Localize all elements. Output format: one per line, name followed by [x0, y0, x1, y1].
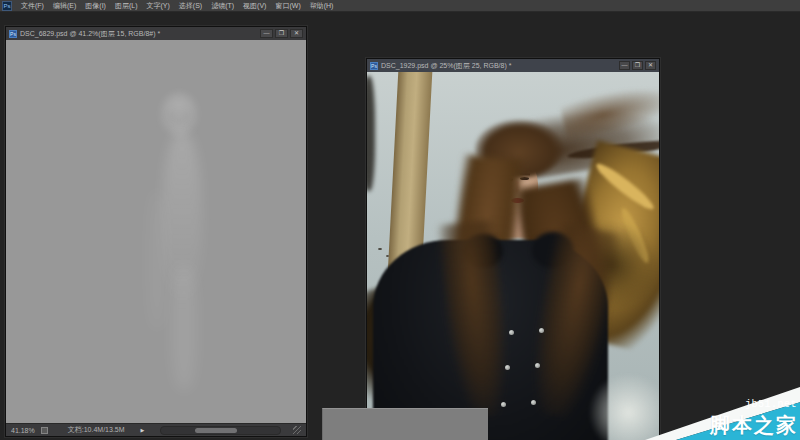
- photo-jacket-button: [501, 402, 506, 407]
- photo-jacket-button: [505, 365, 510, 370]
- menu-window[interactable]: 窗口(W): [275, 0, 300, 12]
- photo-jacket-button: [509, 330, 514, 335]
- menu-layer[interactable]: 图层(L): [115, 0, 138, 12]
- zoom-level-field[interactable]: 41.18%: [11, 427, 35, 434]
- document-icon: Ps: [370, 62, 378, 70]
- watermark: jb51.net 脚本之家: [645, 386, 800, 440]
- menu-bar: Ps 文件(F) 编辑(E) 图像(I) 图层(L) 文字(Y) 选择(S) 滤…: [0, 0, 800, 12]
- close-button[interactable]: ✕: [645, 61, 656, 70]
- photo-bird-speck: [386, 255, 389, 257]
- menu-file[interactable]: 文件(F): [21, 0, 44, 12]
- ghost-figure-streak-2: [148, 190, 166, 330]
- right-window-title: DSC_1929.psd @ 25%(图层 25, RGB/8) *: [381, 61, 616, 71]
- right-window-controls: — ❐ ✕: [619, 61, 656, 70]
- blank-gray-panel: [322, 408, 488, 440]
- menu-type[interactable]: 文字(Y): [146, 0, 169, 12]
- document-window-right: Ps DSC_1929.psd @ 25%(图层 25, RGB/8) * — …: [366, 58, 660, 440]
- document-icon: Ps: [9, 30, 17, 38]
- left-window-titlebar[interactable]: Ps DSC_6829.psd @ 41.2%(图层 15, RGB/8#) *…: [6, 27, 306, 40]
- left-window-controls: — ❐ ✕: [260, 29, 303, 38]
- menu-image[interactable]: 图像(I): [85, 0, 106, 12]
- minimize-button[interactable]: —: [260, 29, 273, 38]
- right-window-titlebar[interactable]: Ps DSC_1929.psd @ 25%(图层 25, RGB/8) * — …: [367, 59, 659, 72]
- menu-view[interactable]: 视图(V): [243, 0, 266, 12]
- status-menu-arrow-icon[interactable]: ▶: [141, 427, 145, 433]
- minimize-button[interactable]: —: [619, 61, 630, 70]
- document-window-left: Ps DSC_6829.psd @ 41.2%(图层 15, RGB/8#) *…: [5, 26, 307, 437]
- menu-select[interactable]: 选择(S): [179, 0, 202, 12]
- menu-help[interactable]: 帮助(H): [310, 0, 334, 12]
- photo-jacket-button: [535, 363, 540, 368]
- status-icon: [41, 427, 48, 434]
- close-button[interactable]: ✕: [290, 29, 303, 38]
- restore-button[interactable]: ❐: [275, 29, 288, 38]
- left-window-title: DSC_6829.psd @ 41.2%(图层 15, RGB/8#) *: [20, 29, 257, 39]
- photo-bird-speck: [378, 248, 382, 250]
- ghost-figure-face: [168, 108, 190, 124]
- photoshop-logo-icon[interactable]: Ps: [2, 1, 12, 11]
- left-window-statusbar: 41.18% 文档:10.4M/13.5M ▶: [6, 423, 306, 436]
- menu-filter[interactable]: 滤镜(T): [211, 0, 234, 12]
- document-size-readout: 文档:10.4M/13.5M: [68, 425, 125, 435]
- ghost-figure-streak: [172, 265, 196, 390]
- left-canvas[interactable]: [6, 40, 306, 425]
- horizontal-scrollbar[interactable]: [160, 426, 281, 435]
- watermark-brand-name: 脚本之家: [710, 412, 798, 439]
- menu-edit[interactable]: 编辑(E): [53, 0, 76, 12]
- scrollbar-thumb[interactable]: [195, 428, 238, 433]
- restore-button[interactable]: ❐: [632, 61, 643, 70]
- photo-jacket-button: [531, 400, 536, 405]
- photo-jacket-button: [539, 328, 544, 333]
- photo-dark-edge: [367, 76, 375, 191]
- watermark-site-url: jb51.net: [745, 399, 797, 410]
- photo-canvas[interactable]: [367, 72, 659, 440]
- resize-grip[interactable]: [293, 426, 301, 434]
